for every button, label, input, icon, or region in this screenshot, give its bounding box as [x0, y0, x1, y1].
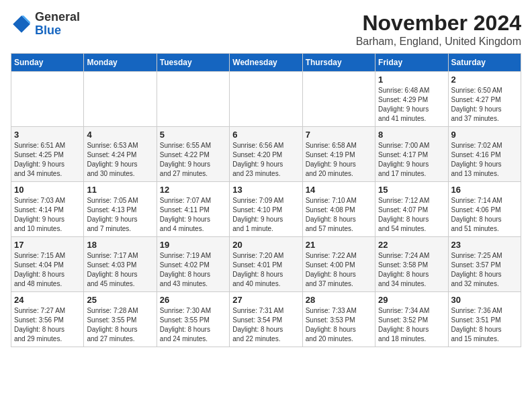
day-number: 30 [451, 295, 518, 305]
weekday-header-friday: Friday [375, 54, 448, 72]
weekday-header-thursday: Thursday [302, 54, 375, 72]
calendar-cell: 22Sunrise: 7:24 AM Sunset: 3:58 PM Dayli… [375, 237, 448, 292]
day-info: Sunrise: 7:34 AM Sunset: 3:52 PM Dayligh… [378, 306, 445, 344]
day-number: 15 [378, 185, 445, 195]
day-number: 22 [378, 240, 445, 250]
calendar-cell: 21Sunrise: 7:22 AM Sunset: 4:00 PM Dayli… [302, 237, 375, 292]
calendar-table: SundayMondayTuesdayWednesdayThursdayFrid… [11, 53, 521, 347]
calendar-cell: 9Sunrise: 7:02 AM Sunset: 4:16 PM Daylig… [448, 127, 521, 182]
svg-marker-0 [13, 15, 30, 33]
weekday-header-sunday: Sunday [11, 54, 84, 72]
calendar-cell: 4Sunrise: 6:53 AM Sunset: 4:24 PM Daylig… [84, 127, 157, 182]
day-info: Sunrise: 7:09 AM Sunset: 4:10 PM Dayligh… [232, 196, 299, 234]
calendar-cell: 17Sunrise: 7:15 AM Sunset: 4:04 PM Dayli… [11, 237, 84, 292]
day-info: Sunrise: 7:28 AM Sunset: 3:55 PM Dayligh… [87, 306, 153, 344]
day-info: Sunrise: 7:20 AM Sunset: 4:01 PM Dayligh… [232, 251, 299, 289]
calendar-cell [11, 72, 84, 127]
day-info: Sunrise: 7:15 AM Sunset: 4:04 PM Dayligh… [14, 251, 81, 289]
calendar-cell: 23Sunrise: 7:25 AM Sunset: 3:57 PM Dayli… [448, 237, 521, 292]
day-number: 18 [87, 240, 153, 250]
weekday-header-saturday: Saturday [448, 54, 521, 72]
calendar-week-row: 3Sunrise: 6:51 AM Sunset: 4:25 PM Daylig… [11, 127, 521, 182]
day-number: 25 [87, 295, 153, 305]
calendar-week-row: 10Sunrise: 7:03 AM Sunset: 4:14 PM Dayli… [11, 182, 521, 237]
calendar-cell [302, 72, 375, 127]
calendar-cell: 18Sunrise: 7:17 AM Sunset: 4:03 PM Dayli… [84, 237, 157, 292]
calendar-week-row: 17Sunrise: 7:15 AM Sunset: 4:04 PM Dayli… [11, 237, 521, 292]
day-info: Sunrise: 6:55 AM Sunset: 4:22 PM Dayligh… [160, 141, 226, 179]
calendar-cell: 24Sunrise: 7:27 AM Sunset: 3:56 PM Dayli… [11, 292, 84, 347]
calendar-cell: 30Sunrise: 7:36 AM Sunset: 3:51 PM Dayli… [448, 292, 521, 347]
day-info: Sunrise: 7:36 AM Sunset: 3:51 PM Dayligh… [451, 306, 518, 344]
calendar-cell: 2Sunrise: 6:50 AM Sunset: 4:27 PM Daylig… [448, 72, 521, 127]
day-number: 27 [232, 295, 299, 305]
day-number: 21 [306, 240, 372, 250]
weekday-header-row: SundayMondayTuesdayWednesdayThursdayFrid… [11, 54, 521, 72]
day-info: Sunrise: 7:33 AM Sunset: 3:53 PM Dayligh… [306, 306, 372, 344]
day-number: 2 [451, 75, 518, 85]
day-info: Sunrise: 7:12 AM Sunset: 4:07 PM Dayligh… [378, 196, 445, 234]
day-info: Sunrise: 6:48 AM Sunset: 4:29 PM Dayligh… [378, 86, 445, 124]
day-number: 29 [378, 295, 445, 305]
logo-general: General [35, 10, 80, 24]
day-number: 28 [306, 295, 372, 305]
calendar-cell: 5Sunrise: 6:55 AM Sunset: 4:22 PM Daylig… [157, 127, 229, 182]
day-number: 9 [451, 130, 518, 140]
calendar-cell: 19Sunrise: 7:19 AM Sunset: 4:02 PM Dayli… [157, 237, 229, 292]
day-number: 19 [160, 240, 226, 250]
logo: General Blue [11, 11, 80, 38]
day-info: Sunrise: 7:22 AM Sunset: 4:00 PM Dayligh… [306, 251, 372, 289]
day-info: Sunrise: 7:30 AM Sunset: 3:55 PM Dayligh… [160, 306, 226, 344]
day-info: Sunrise: 6:51 AM Sunset: 4:25 PM Dayligh… [14, 141, 81, 179]
day-number: 12 [160, 185, 226, 195]
calendar-cell: 16Sunrise: 7:14 AM Sunset: 4:06 PM Dayli… [448, 182, 521, 237]
calendar-cell: 11Sunrise: 7:05 AM Sunset: 4:13 PM Dayli… [84, 182, 157, 237]
calendar-cell: 3Sunrise: 6:51 AM Sunset: 4:25 PM Daylig… [11, 127, 84, 182]
month-title: November 2024 [356, 11, 521, 36]
calendar-week-row: 1Sunrise: 6:48 AM Sunset: 4:29 PM Daylig… [11, 72, 521, 127]
day-info: Sunrise: 7:27 AM Sunset: 3:56 PM Dayligh… [14, 306, 81, 344]
day-number: 4 [87, 130, 153, 140]
weekday-header-monday: Monday [84, 54, 157, 72]
day-info: Sunrise: 6:58 AM Sunset: 4:19 PM Dayligh… [306, 141, 372, 179]
day-number: 24 [14, 295, 81, 305]
calendar-cell: 26Sunrise: 7:30 AM Sunset: 3:55 PM Dayli… [157, 292, 229, 347]
day-info: Sunrise: 7:25 AM Sunset: 3:57 PM Dayligh… [451, 251, 518, 289]
day-info: Sunrise: 6:53 AM Sunset: 4:24 PM Dayligh… [87, 141, 153, 179]
day-info: Sunrise: 7:17 AM Sunset: 4:03 PM Dayligh… [87, 251, 153, 289]
calendar-cell: 12Sunrise: 7:07 AM Sunset: 4:11 PM Dayli… [157, 182, 229, 237]
calendar-cell: 28Sunrise: 7:33 AM Sunset: 3:53 PM Dayli… [302, 292, 375, 347]
calendar-cell: 14Sunrise: 7:10 AM Sunset: 4:08 PM Dayli… [302, 182, 375, 237]
logo-icon [11, 13, 32, 35]
calendar-cell: 6Sunrise: 6:56 AM Sunset: 4:20 PM Daylig… [230, 127, 302, 182]
logo-text: General Blue [35, 11, 80, 38]
calendar-week-row: 24Sunrise: 7:27 AM Sunset: 3:56 PM Dayli… [11, 292, 521, 347]
day-info: Sunrise: 7:14 AM Sunset: 4:06 PM Dayligh… [451, 196, 518, 234]
day-number: 20 [232, 240, 299, 250]
day-number: 13 [232, 185, 299, 195]
calendar-cell: 29Sunrise: 7:34 AM Sunset: 3:52 PM Dayli… [375, 292, 448, 347]
day-info: Sunrise: 7:00 AM Sunset: 4:17 PM Dayligh… [378, 141, 445, 179]
weekday-header-tuesday: Tuesday [157, 54, 229, 72]
day-number: 8 [378, 130, 445, 140]
day-info: Sunrise: 6:50 AM Sunset: 4:27 PM Dayligh… [451, 86, 518, 124]
calendar-cell [84, 72, 157, 127]
weekday-header-wednesday: Wednesday [230, 54, 302, 72]
day-info: Sunrise: 7:10 AM Sunset: 4:08 PM Dayligh… [306, 196, 372, 234]
day-number: 6 [232, 130, 299, 140]
day-number: 5 [160, 130, 226, 140]
day-number: 10 [14, 185, 81, 195]
day-info: Sunrise: 7:07 AM Sunset: 4:11 PM Dayligh… [160, 196, 226, 234]
day-number: 11 [87, 185, 153, 195]
calendar-cell [157, 72, 229, 127]
day-info: Sunrise: 7:05 AM Sunset: 4:13 PM Dayligh… [87, 196, 153, 234]
calendar-cell: 7Sunrise: 6:58 AM Sunset: 4:19 PM Daylig… [302, 127, 375, 182]
calendar-cell: 27Sunrise: 7:31 AM Sunset: 3:54 PM Dayli… [230, 292, 302, 347]
day-info: Sunrise: 7:31 AM Sunset: 3:54 PM Dayligh… [232, 306, 299, 344]
day-info: Sunrise: 7:19 AM Sunset: 4:02 PM Dayligh… [160, 251, 226, 289]
calendar-cell: 25Sunrise: 7:28 AM Sunset: 3:55 PM Dayli… [84, 292, 157, 347]
day-number: 16 [451, 185, 518, 195]
calendar-cell: 20Sunrise: 7:20 AM Sunset: 4:01 PM Dayli… [230, 237, 302, 292]
day-info: Sunrise: 7:02 AM Sunset: 4:16 PM Dayligh… [451, 141, 518, 179]
header-area: General Blue November 2024 Barham, Engla… [11, 11, 521, 48]
